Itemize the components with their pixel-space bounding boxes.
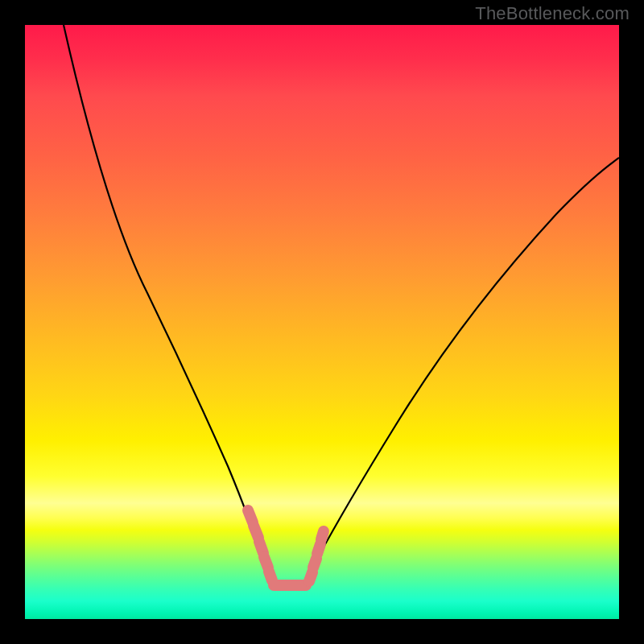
chart-svg xyxy=(25,25,619,619)
knee-marker xyxy=(248,510,324,585)
svg-line-7 xyxy=(313,559,316,568)
right-curve xyxy=(316,158,619,560)
svg-line-8 xyxy=(317,544,320,554)
svg-line-1 xyxy=(254,526,258,538)
svg-line-2 xyxy=(259,542,263,553)
svg-line-9 xyxy=(321,531,324,539)
plot-area xyxy=(25,25,619,619)
svg-line-3 xyxy=(264,557,268,568)
attribution-label: TheBottleneck.com xyxy=(475,3,630,24)
svg-line-6 xyxy=(309,572,312,581)
svg-line-4 xyxy=(269,572,272,580)
left-curve xyxy=(64,25,266,572)
